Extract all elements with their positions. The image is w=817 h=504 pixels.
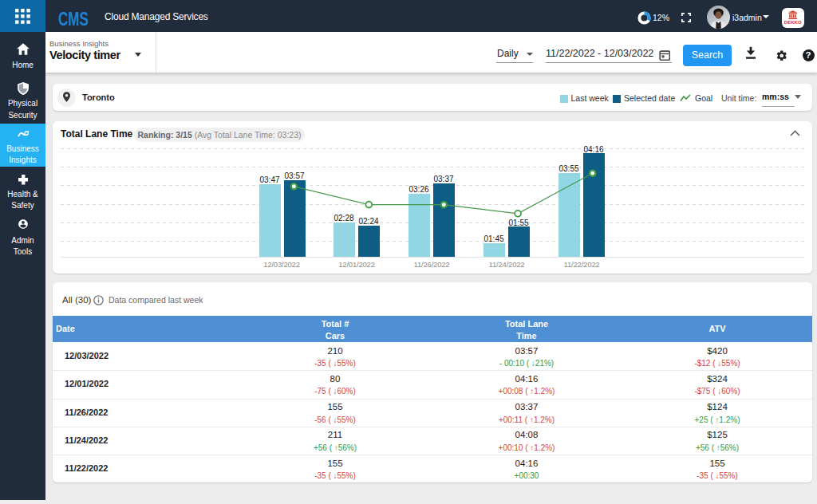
svg-text:CMS: CMS [58, 10, 89, 27]
svg-text:DEKKO: DEKKO [784, 20, 802, 25]
